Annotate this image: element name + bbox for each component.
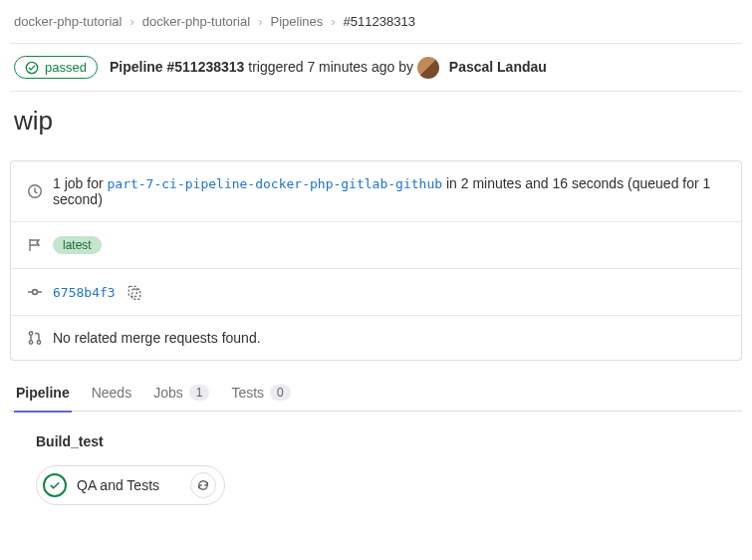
- breadcrumb-pipelines[interactable]: Pipelines: [270, 14, 323, 29]
- summary-row-duration: 1 job for part-7-ci-pipeline-docker-php-…: [11, 161, 741, 222]
- pipeline-summary-card: 1 job for part-7-ci-pipeline-docker-php-…: [10, 160, 742, 361]
- job-name: QA and Tests: [77, 477, 159, 493]
- branch-link[interactable]: part-7-ci-pipeline-docker-php-gitlab-git…: [107, 176, 442, 191]
- retry-icon: [196, 478, 210, 492]
- status-badge-passed[interactable]: passed: [14, 56, 98, 79]
- breadcrumb-current: #511238313: [344, 14, 415, 29]
- pipeline-id: Pipeline #511238313: [110, 58, 244, 74]
- summary-row-merge-requests: No related merge requests found.: [11, 316, 741, 360]
- job-pill[interactable]: QA and Tests: [36, 465, 225, 505]
- svg-point-2: [33, 290, 38, 295]
- breadcrumb: docker-php-tutorial › docker-php-tutoria…: [10, 10, 742, 43]
- tab-jobs[interactable]: Jobs 1: [151, 385, 211, 411]
- stage-name: Build_test: [36, 433, 716, 465]
- job-count-text: 1 job for: [53, 175, 104, 191]
- copy-sha-button[interactable]: [125, 283, 143, 301]
- avatar[interactable]: [417, 57, 439, 79]
- merge-request-icon: [27, 330, 43, 346]
- chevron-right-icon: ›: [129, 14, 133, 29]
- check-circle-icon: [25, 61, 39, 75]
- retry-job-button[interactable]: [190, 472, 216, 498]
- merge-requests-text: No related merge requests found.: [53, 330, 261, 346]
- tab-tests-count: 0: [270, 385, 291, 401]
- pipeline-graph: Build_test QA and Tests: [10, 412, 742, 535]
- svg-point-7: [37, 341, 40, 344]
- latest-badge: latest: [53, 236, 102, 254]
- tab-jobs-count: 1: [189, 385, 210, 401]
- page-title: wip: [10, 92, 742, 146]
- chevron-right-icon: ›: [258, 14, 262, 29]
- breadcrumb-project[interactable]: docker-php-tutorial: [142, 14, 250, 29]
- summary-row-commit: 6758b4f3: [11, 269, 741, 316]
- triggered-text: triggered 7 minutes ago by: [248, 58, 413, 74]
- user-name-link[interactable]: Pascal Landau: [449, 58, 547, 74]
- chevron-right-icon: ›: [331, 14, 335, 29]
- tab-pipeline[interactable]: Pipeline: [14, 385, 72, 411]
- breadcrumb-group[interactable]: docker-php-tutorial: [14, 14, 122, 29]
- flag-icon: [27, 237, 43, 253]
- tab-tests[interactable]: Tests 0: [229, 385, 292, 411]
- tab-jobs-label: Jobs: [153, 385, 183, 401]
- pipeline-info: Pipeline #511238313 triggered 7 minutes …: [110, 57, 547, 79]
- svg-point-5: [29, 332, 32, 335]
- tab-needs[interactable]: Needs: [90, 385, 133, 411]
- svg-rect-3: [128, 286, 136, 296]
- pipeline-tabs: Pipeline Needs Jobs 1 Tests 0: [10, 361, 742, 412]
- commit-icon: [27, 284, 43, 300]
- job-status-passed-icon: [43, 473, 67, 497]
- commit-sha-link[interactable]: 6758b4f3: [53, 285, 116, 300]
- svg-point-6: [29, 341, 32, 344]
- pipeline-header: passed Pipeline #511238313 triggered 7 m…: [10, 44, 742, 91]
- status-badge-label: passed: [45, 60, 87, 75]
- clock-icon: [27, 183, 43, 199]
- summary-row-latest: latest: [11, 222, 741, 269]
- tab-tests-label: Tests: [231, 385, 264, 401]
